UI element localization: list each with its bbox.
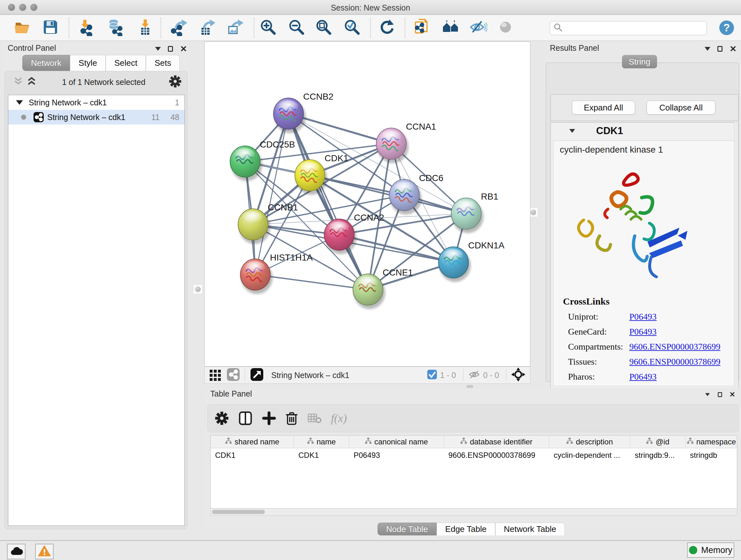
window-title: Session: New Session bbox=[0, 3, 741, 12]
import-network-database-button[interactable] bbox=[106, 18, 125, 37]
collapse-all-networks-icon[interactable] bbox=[12, 76, 25, 88]
table-row[interactable]: CDK1CDK1P064939606.ENSP00000378699cyclin… bbox=[211, 448, 737, 462]
export-image-button[interactable] bbox=[226, 18, 245, 37]
collapse-all-button[interactable]: Collapse All bbox=[647, 101, 716, 115]
network-share-view-icon[interactable] bbox=[226, 368, 240, 383]
table-panel-float-icon[interactable] bbox=[718, 392, 722, 397]
network-tree-row[interactable]: String Network – cdk11148 bbox=[8, 110, 185, 125]
network-node-cdkn1a[interactable]: CDKN1A bbox=[439, 240, 504, 282]
control-panel-float-icon[interactable] bbox=[168, 46, 173, 52]
selected-nodes-checkbox[interactable] bbox=[427, 369, 437, 381]
column-header-name[interactable]: name bbox=[294, 435, 349, 448]
import-table-button[interactable] bbox=[136, 18, 155, 37]
cdk1-collapse-icon[interactable] bbox=[569, 129, 575, 133]
tab-edge-table[interactable]: Edge Table bbox=[436, 523, 495, 536]
table-scroll-thumb[interactable] bbox=[212, 510, 265, 514]
clone-network-button[interactable] bbox=[412, 18, 431, 37]
results-scrollbar[interactable] bbox=[734, 122, 738, 392]
results-panel-menu-icon[interactable] bbox=[704, 47, 711, 51]
birdseye-navigator-icon[interactable] bbox=[511, 367, 526, 383]
grid-view-icon[interactable] bbox=[208, 368, 222, 382]
column-header-shared-name[interactable]: shared name bbox=[211, 435, 294, 448]
detach-view-icon[interactable] bbox=[250, 367, 264, 383]
network-options-gear-icon[interactable] bbox=[169, 75, 182, 89]
warning-status-button[interactable] bbox=[35, 544, 54, 559]
network-node-ccnb2[interactable]: CCNB2 bbox=[273, 91, 333, 133]
expand-all-button[interactable]: Expand All bbox=[572, 101, 635, 115]
open-session-button[interactable] bbox=[13, 18, 32, 37]
search-input[interactable] bbox=[563, 22, 706, 34]
crosslink-row: GeneCard:P06493 bbox=[563, 327, 729, 337]
tab-node-table[interactable]: Node Table bbox=[378, 523, 436, 536]
network-view-canvas[interactable]: CCNB2 CCNA1 CDC25B CDK1 CDC6 RB1 CCNB1 bbox=[204, 42, 530, 367]
node-table: shared namenamecanonical namedatabase id… bbox=[210, 435, 737, 509]
expand-all-networks-icon[interactable] bbox=[26, 76, 39, 88]
table-horizontal-scrollbar[interactable] bbox=[210, 509, 737, 516]
graphics-details-button[interactable] bbox=[496, 18, 516, 37]
memory-button[interactable]: Memory bbox=[687, 543, 734, 558]
network-node-cdc6[interactable]: CDC6 bbox=[389, 173, 443, 214]
help-button[interactable]: ? bbox=[717, 18, 736, 37]
network-node-ccne1[interactable]: CCNE1 bbox=[353, 267, 413, 309]
crosslink-link[interactable]: P06493 bbox=[629, 327, 657, 337]
control-panel-close-icon[interactable]: ✕ bbox=[180, 45, 187, 53]
show-columns-icon[interactable] bbox=[238, 411, 253, 426]
network-node-ccnb1[interactable]: CCNB1 bbox=[238, 202, 298, 244]
table-panel-close-icon[interactable]: ✕ bbox=[730, 391, 735, 398]
tab-network[interactable]: Network bbox=[22, 55, 70, 71]
entry-detail-card: cyclin-dependent kinase 1 bbox=[553, 140, 734, 386]
control-panel-menu-icon[interactable] bbox=[155, 47, 161, 51]
cloud-status-button[interactable] bbox=[7, 544, 25, 559]
toolbar-separator bbox=[370, 17, 371, 38]
table-panel-menu-icon[interactable] bbox=[705, 393, 710, 396]
tab-style[interactable]: Style bbox=[70, 55, 106, 71]
crosslink-row: Tissues:9606.ENSP00000378699 bbox=[563, 357, 729, 367]
tab-network-table[interactable]: Network Table bbox=[495, 523, 565, 536]
crosslink-row: Compartments:9606.ENSP00000378699 bbox=[563, 341, 729, 352]
network-edge[interactable] bbox=[288, 114, 368, 290]
save-session-button[interactable] bbox=[41, 18, 60, 37]
open-folder-icon bbox=[13, 18, 31, 37]
zoom-selected-button[interactable] bbox=[342, 18, 361, 37]
import-network-file-button[interactable] bbox=[78, 18, 97, 37]
crosslink-link[interactable]: 9606.ENSP00000378699 bbox=[629, 341, 720, 352]
delete-table-icon bbox=[307, 413, 322, 424]
column-header-description[interactable]: description bbox=[549, 435, 630, 448]
import-network-icon bbox=[78, 18, 96, 37]
refresh-button[interactable] bbox=[378, 18, 397, 37]
tab-sets[interactable]: Sets bbox=[146, 55, 180, 71]
network-tree: String Network – cdk11String Network – c… bbox=[8, 95, 185, 526]
crosslink-link[interactable]: P06493 bbox=[629, 372, 657, 382]
column-header--id[interactable]: @id bbox=[630, 435, 685, 448]
tab-string[interactable]: String bbox=[622, 55, 657, 68]
zoom-in-button[interactable] bbox=[259, 18, 278, 37]
column-type-icon bbox=[307, 437, 314, 446]
add-column-icon[interactable] bbox=[262, 411, 276, 425]
left-splitter-handle[interactable] bbox=[193, 285, 203, 294]
tree-expander-icon[interactable] bbox=[16, 100, 23, 105]
network-node-rb1[interactable]: RB1 bbox=[451, 192, 498, 233]
network-edge[interactable] bbox=[255, 114, 288, 274]
results-panel-close-icon[interactable]: ✕ bbox=[730, 45, 737, 53]
results-panel-float-icon[interactable] bbox=[718, 46, 723, 52]
export-table-button[interactable] bbox=[198, 18, 217, 37]
network-tree-row[interactable]: String Network – cdk11 bbox=[8, 95, 185, 110]
zoom-fit-button[interactable] bbox=[314, 18, 333, 37]
network-node-hist1h1a[interactable]: HIST1H1A bbox=[240, 253, 313, 294]
crosslink-link[interactable]: P06493 bbox=[629, 312, 657, 322]
zoom-selected-icon bbox=[343, 18, 361, 37]
tab-select[interactable]: Select bbox=[106, 55, 146, 71]
delete-column-icon[interactable] bbox=[285, 411, 298, 426]
column-header-canonical-name[interactable]: canonical name bbox=[349, 435, 444, 448]
export-network-button[interactable] bbox=[170, 18, 189, 37]
zoom-out-button[interactable] bbox=[287, 18, 306, 37]
control-panel: Control Panel ✕ NetworkStyleSelectSets 1… bbox=[3, 42, 189, 530]
column-header-database-identifier[interactable]: database identifier bbox=[444, 435, 549, 448]
home-button[interactable] bbox=[441, 18, 461, 37]
cloud-icon bbox=[10, 546, 23, 557]
node-label: CCNE1 bbox=[383, 267, 413, 277]
column-header-namespace[interactable]: namespace bbox=[685, 435, 737, 448]
crosslink-link[interactable]: 9606.ENSP00000378699 bbox=[629, 357, 720, 367]
table-gear-icon[interactable] bbox=[215, 411, 229, 425]
hide-graphics-details-button[interactable] bbox=[469, 18, 488, 37]
